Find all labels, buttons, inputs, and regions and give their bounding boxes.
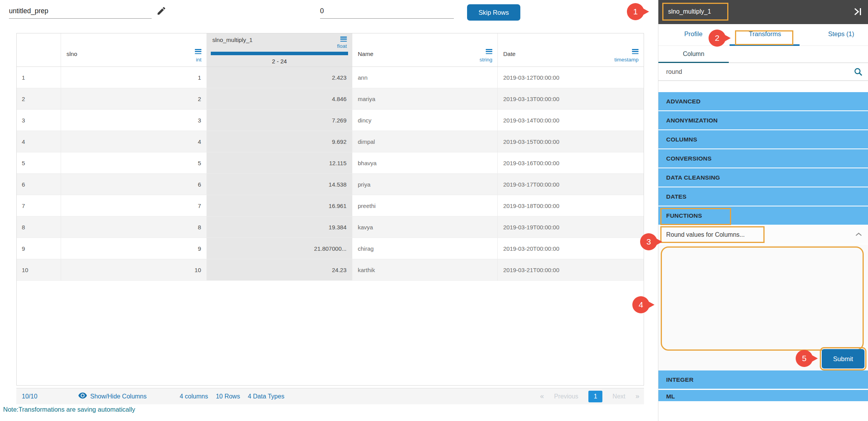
row-index-cell: 8: [17, 217, 61, 238]
column-type-label: string: [480, 57, 492, 63]
category-dates[interactable]: DATES: [658, 187, 868, 206]
date-cell: 2019-03-16T00:00:00: [498, 152, 644, 173]
category-ml[interactable]: ML: [658, 390, 868, 401]
pencil-icon: [156, 11, 166, 17]
grid-header-row: slno int slno_multiply_1 float 2 - 24 Na…: [17, 33, 644, 67]
data-grid: slno int slno_multiply_1 float 2 - 24 Na…: [16, 33, 644, 386]
previous-page-button[interactable]: Previous: [554, 393, 578, 400]
slno-multiply-cell: 2.423: [207, 67, 352, 88]
panel-header: slno_multiply_1: [658, 0, 868, 24]
column-menu-icon[interactable]: [195, 49, 201, 54]
column-header-date[interactable]: Date timestamp: [498, 33, 644, 66]
transform-search[interactable]: round: [658, 63, 868, 81]
column-type-label: timestamp: [614, 57, 639, 63]
column-header-slno[interactable]: slno int: [61, 33, 207, 66]
slno-multiply-cell: 12.115: [207, 152, 352, 173]
datatypes-count-label: 4 Data Types: [248, 393, 284, 400]
name-cell: dimpal: [352, 131, 498, 152]
category-conversions[interactable]: CONVERSIONS: [658, 149, 868, 168]
name-cell: karthik: [352, 259, 498, 280]
table-summary: 4 columns 10 Rows 4 Data Types: [180, 393, 284, 400]
slno-cell: 3: [61, 110, 207, 131]
date-cell: 2019-03-12T00:00:00: [498, 67, 644, 88]
column-menu-icon[interactable]: [632, 49, 639, 54]
slno-cell: 1: [61, 67, 207, 88]
slno-multiply-cell: 16.961: [207, 195, 352, 216]
show-hide-columns-button[interactable]: Show/Hide Columns: [78, 392, 147, 400]
collapse-panel-button[interactable]: [852, 7, 863, 17]
category-anonymization[interactable]: ANONYMIZATION: [658, 111, 868, 129]
current-page-button[interactable]: 1: [588, 391, 602, 402]
category-data-cleansing[interactable]: DATA CLEANSING: [658, 168, 868, 187]
submit-button[interactable]: Submit: [822, 349, 864, 369]
next-page-button[interactable]: Next: [612, 393, 625, 400]
column-name: slno: [66, 51, 77, 57]
slno-cell: 5: [61, 152, 207, 173]
search-input[interactable]: round: [666, 68, 682, 75]
subtab-column[interactable]: Column: [658, 46, 729, 63]
prep-name-input[interactable]: untitled_prep: [9, 4, 152, 19]
transform-item-round-values[interactable]: Round values for Columns...: [658, 225, 868, 244]
table-row: 9 9 21.807000... chirag 2019-03-20T00:00…: [17, 238, 644, 259]
autosave-note: Note:Transformations are saving automati…: [3, 406, 135, 413]
collapse-panel-icon: [852, 12, 863, 17]
annotation-badge-4: 4: [632, 296, 649, 313]
slno-multiply-cell: 4.846: [207, 88, 352, 109]
edit-name-button[interactable]: [156, 5, 167, 17]
search-icon[interactable]: [854, 67, 863, 78]
columns-count-label: 4 columns: [180, 393, 208, 400]
column-menu-icon[interactable]: [340, 37, 347, 42]
table-row: 4 4 9.692 dimpal 2019-03-15T00:00:00: [17, 131, 644, 152]
slno-multiply-cell: 7.269: [207, 110, 352, 131]
table-row: 3 3 7.269 dincy 2019-03-14T00:00:00: [17, 110, 644, 131]
last-page-arrow[interactable]: »: [635, 392, 639, 400]
first-page-arrow[interactable]: «: [540, 392, 544, 400]
skip-rows-input[interactable]: 0: [320, 4, 454, 19]
slno-cell: 7: [61, 195, 207, 216]
table-row: 5 5 12.115 bhavya 2019-03-16T00:00:00: [17, 152, 644, 174]
date-cell: 2019-03-15T00:00:00: [498, 131, 644, 152]
table-row: 10 10 24.23 karthik 2019-03-21T00:00:00: [17, 259, 644, 281]
column-header-slno-multiply-1[interactable]: slno_multiply_1 float 2 - 24: [207, 33, 352, 66]
annotation-badge-5: 5: [796, 350, 813, 367]
category-integer[interactable]: INTEGER: [658, 370, 868, 389]
pagination: « Previous 1 Next »: [540, 391, 639, 402]
slno-multiply-cell: 19.384: [207, 217, 352, 238]
slno-cell: 9: [61, 238, 207, 259]
row-index-cell: 2: [17, 88, 61, 109]
slno-cell: 4: [61, 131, 207, 152]
row-index-cell: 6: [17, 174, 61, 195]
date-cell: 2019-03-18T00:00:00: [498, 195, 644, 216]
column-name: Name: [358, 51, 373, 57]
column-name: slno_multiply_1: [212, 37, 252, 43]
rows-count-label: 10 Rows: [216, 393, 240, 400]
date-cell: 2019-03-14T00:00:00: [498, 110, 644, 131]
table-row: 1 1 2.423 ann 2019-03-12T00:00:00: [17, 67, 644, 88]
category-advanced[interactable]: ADVANCED: [658, 92, 868, 110]
skip-rows-button[interactable]: Skip Rows: [467, 4, 520, 21]
slno-multiply-cell: 14.538: [207, 174, 352, 195]
row-index-cell: 7: [17, 195, 61, 216]
category-functions[interactable]: FUNCTIONS: [658, 206, 868, 225]
column-name: Date: [503, 51, 516, 57]
table-row: 7 7 16.961 preethi 2019-03-18T00:00:00: [17, 195, 644, 217]
column-header-name[interactable]: Name string: [352, 33, 498, 66]
category-columns[interactable]: COLUMNS: [658, 130, 868, 148]
name-cell: priya: [352, 174, 498, 195]
tab-steps[interactable]: Steps (1): [818, 30, 864, 38]
date-cell: 2019-03-20T00:00:00: [498, 238, 644, 259]
annotation-box-title: slno_multiply_1: [662, 3, 728, 21]
annotation-badge-3: 3: [640, 233, 657, 250]
tab-profile[interactable]: Profile: [674, 30, 713, 38]
selected-column-title: slno_multiply_1: [668, 8, 711, 15]
annotation-badge-1: 1: [627, 3, 644, 20]
date-cell: 2019-03-17T00:00:00: [498, 174, 644, 195]
chevron-up-icon: [855, 231, 862, 238]
table-row: 8 8 19.384 kavya 2019-03-19T00:00:00: [17, 217, 644, 238]
table-row: 2 2 4.846 mariya 2019-03-13T00:00:00: [17, 88, 644, 110]
name-cell: bhavya: [352, 152, 498, 173]
column-menu-icon[interactable]: [486, 49, 492, 54]
row-index-cell: 10: [17, 259, 61, 280]
row-index-cell: 3: [17, 110, 61, 131]
table-footer: 10/10 Show/Hide Columns 4 columns 10 Row…: [16, 388, 644, 404]
